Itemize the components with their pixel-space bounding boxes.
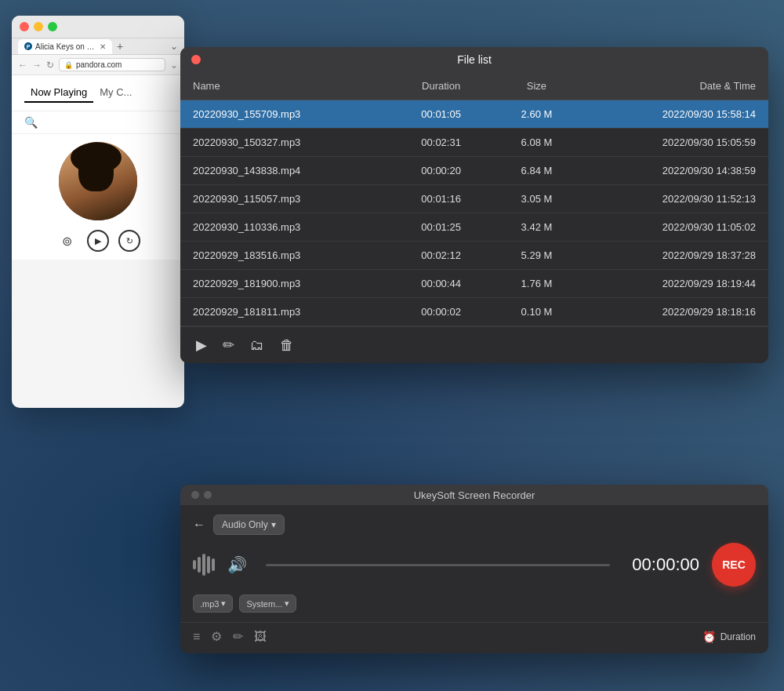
skip-button[interactable]: ↺ xyxy=(118,230,140,252)
cell-name: 20220930_143838.mp4 xyxy=(180,157,390,185)
file-list-dialog: File list Name Duration Size Date & Time… xyxy=(180,47,768,363)
alarm-icon: ⏰ xyxy=(702,631,716,643)
cell-datetime: 2022/09/29 18:19:44 xyxy=(581,270,768,298)
cell-datetime: 2022/09/29 18:37:28 xyxy=(581,242,768,270)
audio-mode-label: Audio Only xyxy=(222,519,268,530)
recording-timer: 00:00:00 xyxy=(629,555,699,575)
table-row[interactable]: 20220930_110336.mp300:01:253.42 M2022/09… xyxy=(180,213,768,242)
image-icon[interactable]: 🖼 xyxy=(254,630,267,644)
wave-bar-4 xyxy=(207,556,210,573)
system-audio-dropdown[interactable]: System... ▾ xyxy=(239,595,296,613)
recording-progress-bar xyxy=(266,564,610,566)
artist-avatar xyxy=(59,142,137,220)
edit-file-button[interactable]: ✏ xyxy=(220,335,238,355)
now-playing-nav[interactable]: Now Playing xyxy=(24,83,93,103)
audio-mode-dropdown[interactable]: Audio Only ▾ xyxy=(213,515,285,535)
play-button[interactable]: ▶ xyxy=(87,230,109,252)
cell-datetime: 2022/09/29 18:18:16 xyxy=(581,298,768,326)
cell-datetime: 2022/09/30 15:58:14 xyxy=(581,100,768,129)
browser-titlebar xyxy=(12,16,184,38)
browser-content: Now Playing My C... 🔍 ⊚ ▶ ↺ xyxy=(12,75,184,260)
system-audio-label: System... xyxy=(246,599,282,609)
rec-label: REC xyxy=(722,558,746,571)
list-icon[interactable]: ≡ xyxy=(193,630,200,644)
col-name: Name xyxy=(180,72,390,100)
table-row[interactable]: 20220929_181811.mp300:00:020.10 M2022/09… xyxy=(180,298,768,326)
cell-datetime: 2022/09/30 14:38:59 xyxy=(581,157,768,185)
recorder-controls-row: 🔊 00:00:00 REC xyxy=(193,543,756,587)
delete-file-button[interactable]: 🗑 xyxy=(277,336,297,355)
waveform-icon xyxy=(193,553,215,576)
col-datetime: Date & Time xyxy=(581,72,768,100)
artist-section: ⊚ ▶ ↺ xyxy=(12,134,184,260)
minimize-button[interactable] xyxy=(34,22,43,31)
open-folder-button[interactable]: 🗂 xyxy=(247,336,267,355)
search-icon: 🔍 xyxy=(24,116,38,129)
cell-duration: 00:01:16 xyxy=(390,185,492,213)
audio-mode-chevron: ▾ xyxy=(271,519,276,530)
table-row[interactable]: 20220930_150327.mp300:02:316.08 M2022/09… xyxy=(180,129,768,157)
format-chevron: ▾ xyxy=(221,598,226,609)
recorder-body: ← Audio Only ▾ 🔊 00:00:00 REC .mp3 xyxy=(180,505,768,622)
format-dropdown[interactable]: .mp3 ▾ xyxy=(193,595,233,613)
recorder-dialog: UkeySoft Screen Recorder ← Audio Only ▾ … xyxy=(180,485,768,653)
recorder-bottom-icons: ≡ ⚙ ✏ 🖼 xyxy=(193,629,267,644)
recorder-back-button[interactable]: ← xyxy=(193,518,205,532)
recorder-titlebar: UkeySoft Screen Recorder xyxy=(180,485,768,505)
cell-duration: 00:00:02 xyxy=(390,298,492,326)
cell-size: 6.08 M xyxy=(492,129,581,157)
pandora-nav: Now Playing My C... xyxy=(12,75,184,111)
edit-icon[interactable]: ✏ xyxy=(233,629,243,644)
maximize-button[interactable] xyxy=(48,22,57,31)
volume-icon: 🔊 xyxy=(227,555,247,574)
cell-duration: 00:01:05 xyxy=(390,100,492,129)
file-list-close-button[interactable] xyxy=(191,55,201,64)
table-row[interactable]: 20220929_181900.mp300:00:441.76 M2022/09… xyxy=(180,270,768,298)
cell-duration: 00:02:12 xyxy=(390,242,492,270)
tab-close-icon[interactable]: ✕ xyxy=(100,42,106,51)
cell-name: 20220930_115057.mp3 xyxy=(180,185,390,213)
wave-bar-2 xyxy=(198,557,201,573)
table-row[interactable]: 20220929_183516.mp300:02:125.29 M2022/09… xyxy=(180,242,768,270)
table-row[interactable]: 20220930_115057.mp300:01:163.05 M2022/09… xyxy=(180,185,768,213)
settings-icon[interactable]: ⚙ xyxy=(211,629,222,644)
cell-duration: 00:00:20 xyxy=(390,157,492,185)
reload-button[interactable]: ↻ xyxy=(46,60,54,71)
rec-button[interactable]: REC xyxy=(712,543,756,587)
cell-name: 20220929_181811.mp3 xyxy=(180,298,390,326)
playback-controls: ⊚ ▶ ↺ xyxy=(56,230,140,252)
table-header-row: Name Duration Size Date & Time xyxy=(180,72,768,100)
pandora-search-bar[interactable]: 🔍 xyxy=(12,111,184,134)
cell-name: 20220929_181900.mp3 xyxy=(180,270,390,298)
chevron-down-icon[interactable]: ⌄ xyxy=(170,41,178,52)
file-list-titlebar: File list xyxy=(180,47,768,72)
forward-nav-button[interactable]: → xyxy=(32,60,42,71)
file-table: Name Duration Size Date & Time 20220930_… xyxy=(180,72,768,326)
browser-tab[interactable]: P Alicia Keys on Pandora | Radio... ✕ xyxy=(18,39,112,54)
table-row[interactable]: 20220930_143838.mp400:00:206.84 M2022/09… xyxy=(180,157,768,185)
table-row[interactable]: 20220930_155709.mp300:01:052.60 M2022/09… xyxy=(180,100,768,129)
back-nav-button[interactable]: ← xyxy=(18,60,27,71)
my-collection-nav[interactable]: My C... xyxy=(93,83,138,103)
address-bar[interactable]: 🔒 pandora.com xyxy=(59,58,165,71)
browser-window: P Alicia Keys on Pandora | Radio... ✕ + … xyxy=(12,16,184,408)
new-tab-button[interactable]: + xyxy=(115,38,125,54)
browser-nav: ← → ↻ 🔒 pandora.com ⌄ xyxy=(12,55,184,75)
address-text: pandora.com xyxy=(76,60,122,69)
recorder-format-row: .mp3 ▾ System... ▾ xyxy=(193,595,756,613)
file-actions-bar: ▶ ✏ 🗂 🗑 xyxy=(180,326,768,363)
play-file-button[interactable]: ▶ xyxy=(193,335,210,355)
duration-button[interactable]: ⏰ Duration xyxy=(702,631,756,643)
close-button[interactable] xyxy=(20,22,29,31)
cell-duration: 00:00:44 xyxy=(390,270,492,298)
recorder-title: UkeySoft Screen Recorder xyxy=(414,489,535,501)
file-list-title: File list xyxy=(457,53,492,66)
cell-name: 20220929_183516.mp3 xyxy=(180,242,390,270)
cell-size: 3.05 M xyxy=(492,185,581,213)
recorder-bottom-bar: ≡ ⚙ ✏ 🖼 ⏰ Duration xyxy=(180,622,768,653)
cell-size: 3.42 M xyxy=(492,213,581,242)
col-size: Size xyxy=(492,72,581,100)
browser-menu-icon[interactable]: ⌄ xyxy=(170,60,178,71)
browser-tab-bar: P Alicia Keys on Pandora | Radio... ✕ + … xyxy=(12,38,184,55)
cell-datetime: 2022/09/30 11:52:13 xyxy=(581,185,768,213)
